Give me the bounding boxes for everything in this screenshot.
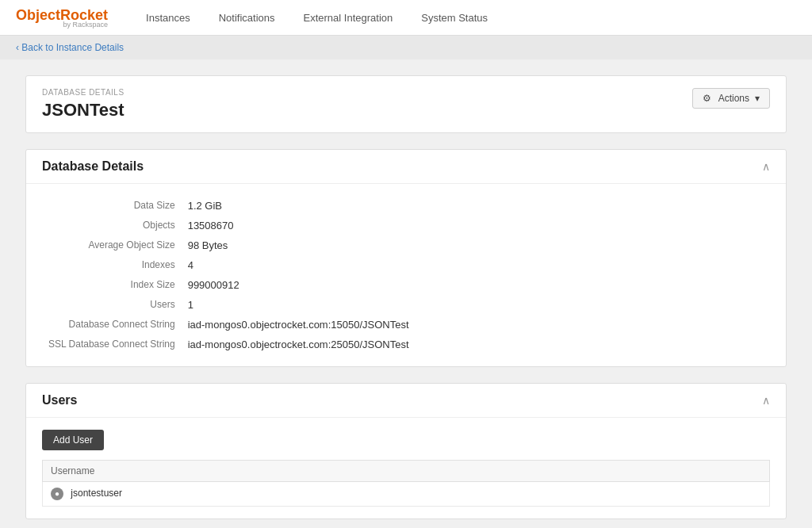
users-section-title: Users	[42, 393, 77, 407]
detail-label-connect-string: Database Connect String	[42, 315, 182, 335]
detail-row-objects: Objects 13508670	[42, 216, 770, 235]
breadcrumb-bar: Back to Instance Details	[0, 36, 812, 59]
detail-value-ssl-connect-string: iad-mongos0.objectrocket.com:25050/JSONT…	[182, 335, 770, 354]
gear-icon: ⚙	[703, 93, 711, 104]
page-header: DATABASE DETAILS JSONTest ⚙ Actions ▾	[25, 75, 787, 133]
detail-value-index-size: 999000912	[182, 275, 770, 295]
nav-item-instances[interactable]: Instances	[132, 0, 205, 36]
table-row: ● jsontestuser	[43, 482, 770, 507]
nav-link-notifications[interactable]: Notifications	[205, 0, 289, 36]
nav-item-notifications[interactable]: Notifications	[205, 0, 289, 36]
detail-value-avg-object-size: 98 Bytes	[182, 235, 770, 255]
logo: ObjectRocket by Rackspace	[16, 7, 108, 29]
database-details-body: Data Size 1.2 GiB Objects 13508670 Avera…	[26, 184, 786, 366]
users-col-username: Username	[43, 461, 770, 482]
detail-row-data-size: Data Size 1.2 GiB	[42, 196, 770, 216]
users-card: Users ∧ Add User Username ● jsontestuser	[25, 383, 787, 519]
nav-link-system-status[interactable]: System Status	[407, 0, 502, 36]
detail-label-data-size: Data Size	[42, 196, 182, 216]
detail-value-data-size: 1.2 GiB	[182, 196, 770, 216]
nav-links: Instances Notifications External Integra…	[132, 0, 502, 36]
detail-value-connect-string: iad-mongos0.objectrocket.com:15050/JSONT…	[182, 315, 770, 335]
navbar: ObjectRocket by Rackspace Instances Noti…	[0, 0, 812, 36]
detail-row-users: Users 1	[42, 295, 770, 315]
database-details-header: Database Details ∧	[26, 150, 786, 184]
detail-label-indexes: Indexes	[42, 255, 182, 275]
detail-label-users: Users	[42, 295, 182, 315]
actions-label: Actions	[718, 93, 749, 104]
user-icon: ●	[51, 488, 63, 500]
add-user-button[interactable]: Add User	[42, 430, 104, 450]
detail-value-objects: 13508670	[182, 216, 770, 235]
username-value: jsontestuser	[71, 488, 122, 499]
logo-object: Object	[16, 7, 60, 23]
users-table: Username ● jsontestuser	[42, 460, 770, 507]
caret-down-icon: ▾	[755, 93, 760, 104]
user-row-username: ● jsontestuser	[43, 482, 770, 507]
main-content: DATABASE DETAILS JSONTest ⚙ Actions ▾ Da…	[10, 59, 802, 528]
users-card-header: Users ∧	[26, 384, 786, 418]
actions-button[interactable]: ⚙ Actions ▾	[692, 88, 770, 109]
db-label: DATABASE DETAILS	[42, 88, 124, 97]
breadcrumb-link[interactable]: Back to Instance Details	[16, 42, 124, 53]
users-collapse-icon[interactable]: ∧	[762, 394, 770, 407]
nav-link-instances[interactable]: Instances	[132, 0, 205, 36]
nav-item-external-integration[interactable]: External Integration	[289, 0, 408, 36]
database-details-title: Database Details	[42, 159, 144, 174]
detail-row-connect-string: Database Connect String iad-mongos0.obje…	[42, 315, 770, 335]
detail-label-objects: Objects	[42, 216, 182, 235]
database-detail-table: Data Size 1.2 GiB Objects 13508670 Avera…	[42, 196, 770, 354]
users-table-header-row: Username	[43, 461, 770, 482]
detail-value-users: 1	[182, 295, 770, 315]
detail-label-ssl-connect-string: SSL Database Connect String	[42, 335, 182, 354]
detail-row-avg-object-size: Average Object Size 98 Bytes	[42, 235, 770, 255]
page-header-left: DATABASE DETAILS JSONTest	[42, 88, 124, 121]
page-title: JSONTest	[42, 100, 124, 121]
nav-link-external-integration[interactable]: External Integration	[289, 0, 408, 36]
detail-row-ssl-connect-string: SSL Database Connect String iad-mongos0.…	[42, 335, 770, 354]
detail-value-indexes: 4	[182, 255, 770, 275]
detail-row-index-size: Index Size 999000912	[42, 275, 770, 295]
detail-label-index-size: Index Size	[42, 275, 182, 295]
users-card-body: Add User Username ● jsontestuser	[26, 418, 786, 518]
collapse-icon[interactable]: ∧	[762, 160, 770, 173]
detail-row-indexes: Indexes 4	[42, 255, 770, 275]
nav-item-system-status[interactable]: System Status	[407, 0, 502, 36]
database-details-card: Database Details ∧ Data Size 1.2 GiB Obj…	[25, 149, 787, 367]
detail-label-avg-object-size: Average Object Size	[42, 235, 182, 255]
